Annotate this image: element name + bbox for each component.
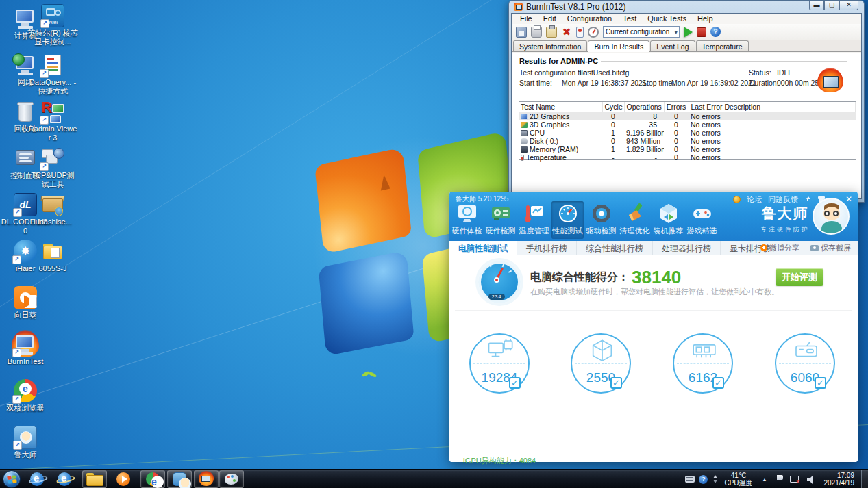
stop-time-label: Stop time: — [642, 79, 674, 87]
burnintest-titlebar[interactable]: BurnInTest V8.1 Pro (1012) ▬ ▢ ✕ — [511, 1, 862, 13]
maximize-button[interactable]: ▢ — [824, 1, 839, 10]
menu-edit[interactable]: Edit — [538, 14, 562, 24]
desktop-icon-intel-graphics[interactable]: intel 英特尔(R) 核芯显卡控制... — [27, 4, 78, 47]
tab-pc-performance[interactable]: 电脑性能测试 — [449, 241, 517, 255]
desktop-icon-dualcore-browser[interactable]: 双核浏览器 — [0, 379, 51, 413]
taskbar-burnintest-button[interactable] — [194, 470, 219, 488]
ludashi-header[interactable]: 鲁大师 5.20.1295 论坛 问题反馈 — ✕ 硬件体检 — [449, 192, 858, 241]
battery-test-icon[interactable] — [576, 27, 584, 38]
nav-temperature[interactable]: 温度管理 — [518, 201, 550, 239]
copy-icon[interactable] — [546, 27, 557, 38]
forum-link[interactable]: 论坛 — [747, 194, 762, 205]
show-hidden-icons[interactable]: ▲ — [762, 477, 767, 482]
stop-tests-button[interactable] — [697, 27, 706, 37]
nav-driver-test[interactable]: 驱动检测 — [585, 201, 617, 239]
table-row[interactable]: 3D Graphics 0 35 0 No errors — [519, 120, 856, 129]
tab-system-information[interactable]: System Information — [513, 40, 587, 51]
medal-icon[interactable] — [733, 196, 741, 203]
desktop-icon-folder-6055sj[interactable]: 6055S-J — [27, 240, 78, 273]
nav-cleanup[interactable]: 清理优化 — [619, 201, 651, 239]
col-errors[interactable]: Errors — [664, 102, 689, 112]
close-button[interactable]: ✕ — [839, 1, 858, 10]
tab-overall-ranking[interactable]: 综合性能排行榜 — [577, 241, 653, 255]
taskbar-ie-icon[interactable] — [29, 472, 45, 487]
desktop-icon-ludashi-setup[interactable]: ludashise... — [27, 193, 78, 227]
ram-score-circle[interactable]: 6162 ✓ — [673, 333, 733, 394]
disk-line-icon — [790, 337, 823, 365]
desktop-icon-tcpudp[interactable]: TCP&UDP测试工具 — [27, 146, 78, 189]
gauge-test-icon[interactable] — [588, 27, 599, 38]
help-tray-icon[interactable]: ? — [699, 475, 708, 484]
minimize-button[interactable]: ▬ — [809, 1, 824, 10]
tab-temperature[interactable]: Temperature — [696, 40, 749, 51]
disk-test-checkbox[interactable]: ✓ — [815, 377, 826, 389]
cpu-temperature-indicator[interactable]: 41℃ CPU温度 — [724, 472, 752, 487]
nav-game-selection[interactable]: 游戏精选 — [686, 201, 718, 239]
table-row[interactable]: Temperature - - 0 No errors — [519, 153, 856, 162]
menu-test[interactable]: Test — [617, 14, 642, 24]
menu-quick-tests[interactable]: Quick Tests — [642, 14, 692, 24]
input-indicator-icon[interactable] — [685, 476, 695, 483]
start-tests-button[interactable] — [684, 27, 693, 38]
taskbar-browser-button[interactable] — [140, 470, 165, 488]
start-benchmark-button[interactable]: 开始评测 — [776, 268, 823, 286]
print-icon[interactable] — [531, 27, 542, 38]
taskbar-mediaplayer-icon[interactable] — [115, 472, 132, 487]
nav-hardware-test[interactable]: 硬件检测 — [484, 201, 517, 239]
cpu-test-checkbox[interactable]: ✓ — [509, 377, 521, 389]
folder-icon — [41, 240, 64, 263]
ram-test-checkbox[interactable]: ✓ — [712, 377, 724, 389]
table-row[interactable]: CPU 1 9.196 Billion 0 No errors — [519, 129, 856, 137]
table-row[interactable]: Memory (RAM) 1 1.829 Billion 0 No errors — [519, 145, 856, 153]
taskbar-clock[interactable]: 17:09 2021/4/19 — [824, 472, 855, 487]
gpu-score-circle[interactable]: 2550 ✓ — [571, 333, 631, 394]
taskbar-paint-button[interactable] — [219, 470, 244, 488]
clear-icon[interactable]: ✖ — [561, 27, 572, 38]
start-button[interactable] — [3, 470, 21, 488]
disk-score-circle[interactable]: 6060 ✓ — [775, 333, 835, 394]
tab-event-log[interactable]: Event Log — [650, 40, 695, 51]
desktop-icon-ludashi[interactable]: 鲁大师 — [0, 426, 51, 459]
show-desktop-button[interactable] — [861, 470, 868, 488]
desktop-icon-sunflower[interactable]: 向日葵 — [0, 286, 51, 320]
save-screenshot-button[interactable]: 保存截屏 — [810, 243, 851, 253]
menu-file[interactable]: File — [514, 14, 538, 24]
desktop-icon-radmin[interactable]: R Radmin Viewer 3 — [27, 100, 78, 142]
col-cycle[interactable]: Cycle — [602, 102, 624, 112]
volume-icon[interactable] — [807, 475, 817, 484]
taskbar-ie2-icon[interactable] — [56, 472, 73, 487]
dataquery-icon — [41, 53, 64, 77]
save-results-icon[interactable] — [516, 27, 527, 38]
gauge-badge: 234 — [488, 294, 505, 300]
desktop-icon-dataquery[interactable]: DataQuery... - 快捷方式 — [27, 53, 78, 96]
close-button[interactable]: ✕ — [845, 196, 852, 203]
configuration-dropdown[interactable]: Current configuration — [603, 26, 680, 38]
results-table[interactable]: Test Name Cycle Operations Errors Last E… — [519, 102, 856, 162]
nav-hardware-checkup[interactable]: 硬件体检 — [451, 201, 483, 239]
menu-configuration[interactable]: Configuration — [562, 14, 617, 24]
share-icon[interactable] — [804, 196, 812, 203]
tab-burn-in-results[interactable]: Burn In Results — [588, 40, 649, 52]
desktop-icon-burnintest[interactable]: BurnInTest — [0, 333, 51, 366]
cpu-score-circle[interactable]: 19284 ✓ — [469, 333, 530, 394]
game-selection-icon — [691, 203, 713, 224]
table-row[interactable]: Disk ( 0:) 0 943 Million 0 No errors — [519, 137, 856, 145]
nav-build-recommend[interactable]: 装机推荐 — [652, 201, 684, 239]
table-row[interactable]: 2D Graphics 0 8 0 No errors — [519, 112, 856, 121]
col-operations[interactable]: Operations — [624, 102, 664, 112]
nav-performance-test[interactable]: 性能测试 — [551, 201, 584, 239]
tab-phone-ranking[interactable]: 手机排行榜 — [517, 241, 577, 255]
weibo-share-button[interactable]: 微博分享 — [760, 243, 799, 253]
menu-help[interactable]: Help — [692, 14, 719, 24]
tab-cpu-ranking[interactable]: 处理器排行榜 — [653, 241, 721, 255]
help-button[interactable]: ? — [710, 27, 721, 37]
taskbar-ludashi-button[interactable] — [167, 470, 192, 488]
taskbar-explorer-button[interactable] — [82, 470, 107, 488]
feedback-link[interactable]: 问题反馈 — [768, 194, 798, 205]
network-status-icon[interactable] — [790, 475, 800, 484]
action-center-icon[interactable] — [775, 474, 783, 484]
gpu-test-checkbox[interactable]: ✓ — [610, 377, 622, 389]
update-tray-icon[interactable] — [712, 475, 719, 483]
col-test-name[interactable]: Test Name — [519, 102, 602, 112]
col-last-error[interactable]: Last Error Description — [689, 102, 856, 112]
